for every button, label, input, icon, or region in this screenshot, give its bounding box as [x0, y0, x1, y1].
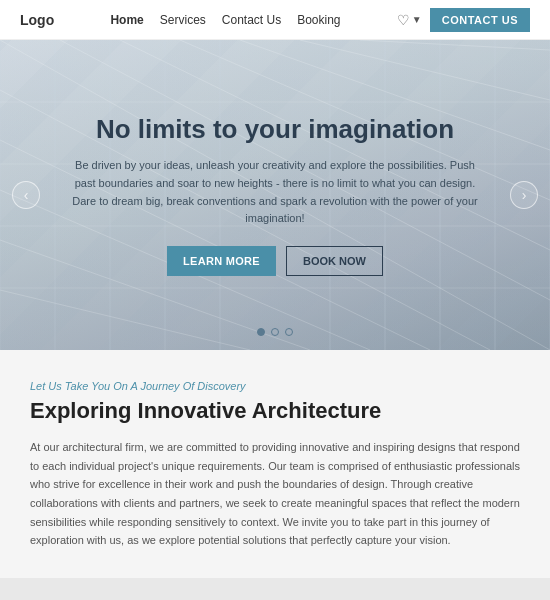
- dot-2[interactable]: [271, 328, 279, 336]
- nav-home[interactable]: Home: [110, 13, 143, 27]
- navbar: Logo Home Services Contact Us Booking ♡ …: [0, 0, 550, 40]
- nav-right: ♡ ▼ CONTACT US: [397, 8, 530, 32]
- services-section: Services SPACE PLANNING All services are…: [0, 578, 550, 600]
- nav-services[interactable]: Services: [160, 13, 206, 27]
- hero-section: ‹ No limits to your imagination Be drive…: [0, 40, 550, 350]
- hero-subtitle: Be driven by your ideas, unleash your cr…: [65, 157, 485, 227]
- hero-dots: [257, 328, 293, 336]
- about-text: At our architectural firm, we are commit…: [30, 438, 520, 550]
- learn-more-button[interactable]: LEARN MORE: [167, 246, 276, 276]
- book-now-button[interactable]: BOOK NOW: [286, 246, 383, 276]
- dot-1[interactable]: [257, 328, 265, 336]
- nav-booking[interactable]: Booking: [297, 13, 340, 27]
- contact-button[interactable]: CONTACT US: [430, 8, 530, 32]
- about-section: Let Us Take You On A Journey Of Discover…: [0, 350, 550, 578]
- notification-icon[interactable]: ♡ ▼: [397, 12, 422, 28]
- hero-buttons: LEARN MORE BOOK NOW: [65, 246, 485, 276]
- logo: Logo: [20, 12, 54, 28]
- hero-title: No limits to your imagination: [65, 114, 485, 145]
- nav-links: Home Services Contact Us Booking: [110, 13, 340, 27]
- about-title: Exploring Innovative Architecture: [30, 398, 520, 424]
- hero-content: No limits to your imagination Be driven …: [5, 114, 545, 276]
- nav-contact[interactable]: Contact Us: [222, 13, 281, 27]
- about-tagline: Let Us Take You On A Journey Of Discover…: [30, 380, 520, 392]
- dot-3[interactable]: [285, 328, 293, 336]
